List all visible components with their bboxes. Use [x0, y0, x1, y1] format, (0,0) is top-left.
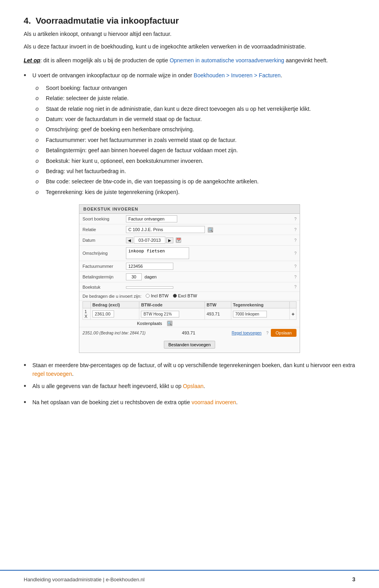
- help-icon: ?: [294, 238, 296, 243]
- bestanden-toevoegen-button[interactable]: Bestanden toevoegen: [164, 341, 215, 349]
- form-title-bar: BOEKSTUK INVOEREN: [79, 205, 300, 214]
- form-table: Bedrag (excl) BTW-code BTW Tegenrekening…: [83, 301, 296, 320]
- section-number: 4.: [24, 16, 31, 26]
- bullet4-link: voorraad invoeren: [191, 399, 236, 405]
- row-btw-code[interactable]: BTW Hoog 21%: [139, 308, 205, 320]
- form-row-boekstuk: Boekstuk ?: [79, 282, 300, 292]
- bullet-item-3: • Als u alle gegevens van de factuur hee…: [24, 382, 355, 391]
- datum-input[interactable]: 03-07-2013: [134, 237, 165, 244]
- bullet3-text: Als u alle gegevens van de factuur heeft…: [32, 382, 205, 390]
- sub-item-text: Tegenrekening: kies de juiste tegenreken…: [44, 188, 180, 196]
- let-op-label: Let op: [24, 57, 40, 63]
- let-op-highlight: Opnemen in automatische voorraadverwerki…: [170, 57, 284, 63]
- bedrag-input[interactable]: 2361.00: [92, 310, 114, 317]
- list-item: o Staat de relatie nog niet in de admini…: [36, 105, 355, 113]
- btw-incl-label: Incl BTW: [151, 293, 169, 298]
- soort-boeking-select[interactable]: Factuur ontvangen: [126, 215, 177, 222]
- date-prev-button[interactable]: ◀: [126, 237, 133, 243]
- total-btw-amount: 493.71: [182, 330, 195, 335]
- betalingstermijn-field: 30 dagen: [126, 273, 292, 280]
- date-next-button[interactable]: ▶: [166, 237, 173, 243]
- radio-incl-icon: [146, 294, 150, 298]
- footer-text: Handleiding voorraadadministratie | e-Bo…: [24, 577, 144, 582]
- opslaan-button[interactable]: Opslaan: [271, 329, 296, 337]
- search-icon[interactable]: 🔍: [208, 227, 213, 233]
- o-bullet: o: [36, 146, 44, 155]
- form-screenshot: BOEKSTUK INVOEREN Soort boeking Factuur …: [79, 204, 300, 353]
- bullet-dot-3: •: [24, 382, 32, 391]
- boekstuk-input[interactable]: [126, 286, 173, 289]
- list-item: o Btw code: selecteer de btw-code in, di…: [36, 177, 355, 186]
- main-content: 4. Voorraadmutatie via inkoopfactuur Als…: [0, 0, 379, 444]
- bullet-dot-4: •: [24, 398, 32, 407]
- list-item: o Omschrijving: geef de boeking een herk…: [36, 125, 355, 134]
- btw-incl-option[interactable]: Incl BTW: [146, 293, 169, 298]
- col-header-btw-code: BTW-code: [139, 302, 205, 308]
- sub-item-text: Boekstuk: hier kunt u, optioneel, een bo…: [44, 157, 203, 165]
- datum-label: Datum: [83, 238, 126, 243]
- factuurnummer-label: Factuurnummer: [83, 264, 126, 269]
- o-bullet: o: [36, 136, 44, 144]
- subtitle: Als u artikelen inkoopt, ontvangt u hier…: [24, 31, 355, 37]
- bullet1-link: Boekhouden > Invoeren > Facturen: [194, 72, 281, 78]
- total-btw: 493.71: [182, 330, 195, 335]
- omschrijving-input[interactable]: inkoop fietsen: [126, 247, 189, 259]
- form-row-soort: Soort boeking Factuur ontvangen ?: [79, 214, 300, 224]
- row-add-btn[interactable]: +: [290, 308, 296, 320]
- bullet-section-1: • U voert de ontvangen inkoopfactuur op …: [24, 71, 355, 196]
- soort-boeking-label: Soort boeking: [83, 217, 126, 221]
- help-icon: ?: [294, 285, 296, 289]
- o-bullet: o: [36, 125, 44, 134]
- form-title: BOEKSTUK INVOEREN: [83, 207, 138, 211]
- section-title: Voorraadmutatie via inkoopfactuur: [36, 16, 179, 26]
- form-table-container: Bedrag (excl) BTW-code BTW Tegenrekening…: [79, 301, 300, 320]
- btw-section: De bedragen die u invoert zijn: Incl BTW…: [79, 292, 300, 301]
- relatie-field: C 100 J.J.E. Prins 🔍: [126, 226, 292, 233]
- factuurnummer-input[interactable]: 123456: [126, 263, 173, 270]
- o-bullet: o: [36, 105, 44, 113]
- footer-bar: Handleiding voorraadadministratie | e-Bo…: [0, 570, 379, 588]
- kostenplaats-search-icon[interactable]: 🔍: [167, 321, 173, 326]
- list-item: o Relatie: selecteer de juiste relatie.: [36, 94, 355, 103]
- btw-excl-option[interactable]: Excl BTW: [173, 293, 197, 298]
- row-tegenrekening[interactable]: 7000 Inkopen: [231, 308, 290, 320]
- btw-excl-label: Excl BTW: [178, 293, 197, 298]
- list-item: o Tegenrekening: kies de juiste tegenrek…: [36, 188, 355, 196]
- col-header-tegenrekening: Tegenrekening: [231, 302, 290, 308]
- bullet4-text: Na het opslaan van de boeking ziet u rec…: [32, 398, 238, 407]
- intro-text: Als u deze factuur invoert in de boekhou…: [24, 43, 355, 50]
- o-bullet: o: [36, 115, 44, 123]
- btw-label: De bedragen die u invoert zijn:: [83, 294, 141, 299]
- help-icon: ?: [294, 217, 296, 221]
- add-row-icon[interactable]: +: [291, 311, 295, 317]
- betalingstermijn-suffix: dagen: [144, 274, 157, 279]
- bullet-section-2: • Staan er meerdere btw-percentages op d…: [24, 361, 355, 391]
- row-btw-amount: 493.71: [205, 308, 231, 320]
- regel-toevoegen-button[interactable]: Regel toevoegen: [232, 331, 262, 335]
- o-bullet: o: [36, 84, 44, 92]
- form-row-factuurnummer: Factuurnummer 123456 ?: [79, 261, 300, 272]
- soort-boeking-field: Factuur ontvangen: [126, 215, 292, 222]
- list-item: o Soort boeking: factuur ontvangen: [36, 84, 355, 92]
- bullet-item-2: • Staan er meerdere btw-percentages op d…: [24, 361, 355, 379]
- col-header-bedrag-excl: Bedrag (excl): [91, 302, 139, 308]
- calendar-icon[interactable]: 📅: [176, 237, 181, 243]
- o-bullet: o: [36, 188, 44, 196]
- relatie-input[interactable]: C 100 J.J.E. Prins: [126, 226, 205, 233]
- kostenplaats-label: Kostenplaats: [137, 321, 162, 326]
- betalingstermijn-input[interactable]: 30: [126, 273, 142, 280]
- radio-excl-icon: [173, 294, 177, 298]
- sub-item-text: Relatie: selecteer de juiste relatie.: [44, 94, 129, 103]
- o-bullet: o: [36, 94, 44, 103]
- help-icon: ?: [294, 251, 296, 256]
- datum-field: ◀ 03-07-2013 ▶ 📅: [126, 237, 292, 244]
- list-item: o Boekstuk: hier kunt u, optioneel, een …: [36, 157, 355, 165]
- row-bedrag[interactable]: 2361.00: [91, 308, 139, 320]
- bestanden-row: Bestanden toevoegen: [79, 338, 300, 349]
- footer-page-number: 3: [352, 576, 355, 582]
- btw-code-select[interactable]: BTW Hoog 21%: [141, 311, 179, 317]
- total-excl-amount: 2351.00: [83, 330, 98, 335]
- boekstuk-field: [126, 285, 292, 289]
- tegenrekening-select[interactable]: 7000 Inkopen: [233, 311, 267, 317]
- list-item: o Bedrag: vul het factuurbedrag in.: [36, 167, 355, 175]
